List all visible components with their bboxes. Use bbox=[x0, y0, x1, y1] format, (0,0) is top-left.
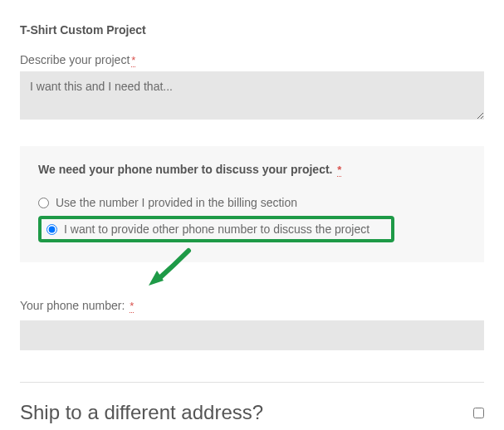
highlight-box: I want to provide other phone number to … bbox=[38, 216, 394, 242]
phone-radio-heading-text: We need your phone number to discuss you… bbox=[38, 163, 332, 176]
describe-label-text: Describe your project bbox=[20, 53, 130, 66]
describe-textarea[interactable] bbox=[20, 71, 484, 120]
radio-label-other: I want to provide other phone number to … bbox=[64, 222, 369, 236]
required-mark: * bbox=[130, 300, 134, 313]
phone-radio-heading: We need your phone number to discuss you… bbox=[38, 163, 466, 176]
ship-checkbox[interactable] bbox=[473, 408, 484, 418]
radio-option-billing[interactable]: Use the number I provided in the billing… bbox=[38, 194, 466, 211]
required-mark: * bbox=[131, 54, 135, 67]
phone-field-group: Your phone number: * bbox=[20, 299, 484, 350]
radio-input-billing[interactable] bbox=[38, 198, 49, 208]
radio-label-billing: Use the number I provided in the billing… bbox=[56, 196, 297, 209]
phone-label-text: Your phone number: bbox=[20, 299, 125, 312]
radio-input-other[interactable] bbox=[46, 224, 57, 235]
section-title: T-Shirt Custom Project bbox=[20, 23, 484, 37]
phone-label: Your phone number: * bbox=[20, 299, 484, 312]
phone-input[interactable] bbox=[20, 320, 484, 350]
ship-row: Ship to a different address? bbox=[20, 401, 484, 424]
describe-label: Describe your project* bbox=[20, 53, 484, 66]
ship-heading: Ship to a different address? bbox=[20, 401, 263, 424]
required-mark: * bbox=[337, 164, 341, 177]
divider bbox=[20, 382, 484, 383]
phone-radio-section: We need your phone number to discuss you… bbox=[20, 146, 484, 262]
